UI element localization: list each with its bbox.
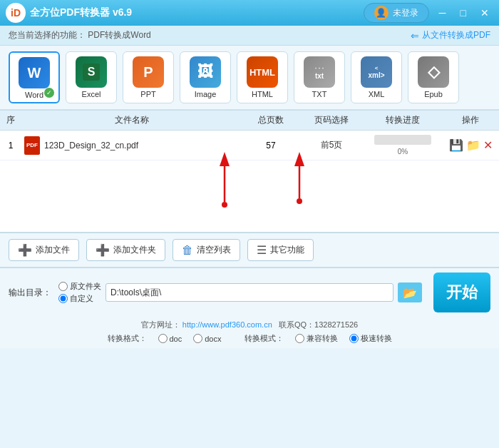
add-file-icon: ➕	[18, 243, 32, 257]
format-btn-txt[interactable]: · · · txt TXT	[294, 51, 345, 103]
row-total-pages: 57	[242, 141, 299, 151]
minimize-button[interactable]: ─	[435, 6, 451, 20]
mode-label: 转换模式：	[245, 333, 284, 344]
txt-icon: · · · txt	[304, 56, 335, 88]
breadcrumb-prefix: 您当前选择的功能：	[9, 30, 86, 40]
format-btn-xml[interactable]: < xml> XML	[351, 51, 402, 103]
folder-action-icon[interactable]: 📁	[466, 138, 480, 152]
file-name: 123D_Design_32_cn.pdf	[44, 141, 138, 151]
row-page-range: 前5页	[299, 139, 364, 151]
format-btn-image[interactable]: 🖼 Image	[180, 51, 231, 103]
add-file-button[interactable]: ➕ 添加文件	[9, 239, 79, 261]
maximize-button[interactable]: □	[456, 6, 470, 20]
excel-label: Excel	[82, 90, 101, 98]
add-folder-button[interactable]: ➕ 添加文件夹	[86, 239, 165, 261]
output-radio-group: 原文件夹 自定义	[58, 281, 101, 304]
action-icons: 💾 📁 ✕	[442, 138, 499, 152]
col-header-progress: 转换进度	[364, 114, 442, 126]
format-label: 转换格式：	[108, 333, 147, 344]
col-header-name: 文件名称	[21, 114, 242, 126]
format-doc-label: doc	[170, 335, 182, 343]
start-button[interactable]: 开始	[433, 273, 490, 312]
title-bar-left: iD 全方位PDF转换器 v6.9	[6, 3, 132, 23]
row-actions: 💾 📁 ✕	[442, 138, 499, 152]
format-btn-ppt[interactable]: P PPT	[123, 51, 174, 103]
mode-compat-label: 兼容转换	[307, 333, 338, 344]
add-folder-icon: ➕	[96, 243, 110, 257]
convert-to-pdf-label: 从文件转换成PDF	[422, 29, 490, 41]
breadcrumb: 您当前选择的功能： PDF转换成Word	[9, 29, 151, 41]
radio-original-folder[interactable]: 原文件夹	[58, 281, 101, 292]
html-icon: HTML	[247, 56, 278, 88]
open-folder-button[interactable]: 📂	[398, 282, 422, 302]
file-list-area: 序 文件名称 总页数 页码选择 转换进度 操作 1 PDF 123D_Desig…	[0, 110, 499, 233]
radio-input-original[interactable]	[58, 282, 68, 291]
delete-action-icon[interactable]: ✕	[483, 138, 493, 152]
add-folder-label: 添加文件夹	[113, 244, 156, 256]
image-label: Image	[195, 90, 217, 98]
convert-to-pdf-button[interactable]: ⇐ 从文件转换成PDF	[411, 29, 490, 41]
output-left: 输出目录： 原文件夹 自定义 📂	[9, 281, 422, 304]
output-section: 输出目录： 原文件夹 自定义 📂 开始	[0, 268, 499, 317]
user-button[interactable]: 👤 未登录	[364, 3, 429, 23]
close-button[interactable]: ✕	[476, 6, 493, 20]
word-icon: W	[19, 57, 50, 88]
user-avatar-icon: 👤	[374, 6, 389, 20]
format-btn-excel[interactable]: S Excel	[66, 51, 117, 103]
save-action-icon[interactable]: 💾	[449, 138, 463, 152]
radio-fast[interactable]	[349, 334, 359, 343]
radio-custom-label: 自定义	[70, 293, 93, 304]
epub-label: Epub	[424, 90, 443, 98]
official-site-row: 官方网址： http://www.pdf360.com.cn 联系QQ：1328…	[9, 320, 490, 330]
progress-bar	[374, 135, 431, 145]
col-header-actions: 操作	[442, 114, 499, 126]
radio-compat[interactable]	[295, 334, 304, 343]
format-btn-epub[interactable]: ◇ Epub	[408, 51, 459, 103]
progress-label: 0%	[364, 148, 442, 156]
format-doc-option[interactable]: doc	[158, 334, 182, 343]
mode-fast-label: 极速转换	[361, 333, 392, 344]
pdf-file-icon: PDF	[24, 136, 40, 155]
txt-label: TXT	[312, 90, 327, 98]
col-header-seq: 序	[0, 114, 21, 126]
format-btn-html[interactable]: HTML HTML	[237, 51, 288, 103]
arrow-left-icon: ⇐	[411, 30, 419, 41]
format-btn-word[interactable]: W Word ✓	[9, 51, 60, 103]
qq-text: 联系QQ：1328271526	[274, 320, 358, 329]
official-site-label: 官方网址：	[141, 320, 180, 329]
xml-label: XML	[369, 90, 385, 98]
breadcrumb-bar: 您当前选择的功能： PDF转换成Word ⇐ 从文件转换成PDF	[0, 26, 499, 46]
html-label: HTML	[252, 90, 273, 98]
other-func-label: 其它功能	[270, 244, 304, 256]
image-icon: 🖼	[190, 56, 221, 88]
breadcrumb-current: PDF转换成Word	[88, 30, 150, 40]
clear-list-button[interactable]: 🗑 清空列表	[173, 239, 240, 261]
footer-area: 官方网址： http://www.pdf360.com.cn 联系QQ：1328…	[0, 317, 499, 348]
ppt-label: PPT	[140, 90, 155, 98]
row-progress: 0%	[364, 135, 442, 156]
format-options-row: 转换格式： doc docx 转换模式： 兼容转换 极速转换	[9, 333, 490, 344]
output-dir-label: 输出目录：	[9, 287, 51, 299]
bottom-action-bar: ➕ 添加文件 ➕ 添加文件夹 🗑 清空列表 ☰ 其它功能	[0, 233, 499, 268]
xml-icon: < xml>	[361, 56, 392, 88]
format-docx-option[interactable]: docx	[193, 334, 221, 343]
radio-input-custom[interactable]	[58, 294, 68, 303]
other-func-button[interactable]: ☰ 其它功能	[247, 239, 314, 261]
mode-compat-option[interactable]: 兼容转换	[295, 333, 338, 344]
mode-fast-option[interactable]: 极速转换	[349, 333, 392, 344]
radio-custom[interactable]: 自定义	[58, 293, 101, 304]
trash-icon: 🗑	[182, 244, 193, 257]
output-path-input[interactable]	[106, 283, 393, 302]
radio-doc[interactable]	[158, 334, 168, 343]
col-header-range: 页码选择	[299, 114, 364, 126]
table-row: 1 PDF 123D_Design_32_cn.pdf 57 前5页 0% 💾 …	[0, 131, 499, 161]
excel-icon: S	[76, 56, 107, 88]
col-header-pages: 总页数	[242, 114, 299, 126]
app-logo: iD	[6, 3, 26, 23]
title-bar: iD 全方位PDF转换器 v6.9 👤 未登录 ─ □ ✕	[0, 0, 499, 26]
radio-docx[interactable]	[193, 334, 202, 343]
open-folder-icon: 📂	[403, 286, 417, 300]
format-docx-label: docx	[205, 335, 221, 343]
official-site-link[interactable]: http://www.pdf360.com.cn	[182, 320, 272, 329]
row-name: PDF 123D_Design_32_cn.pdf	[21, 136, 242, 155]
